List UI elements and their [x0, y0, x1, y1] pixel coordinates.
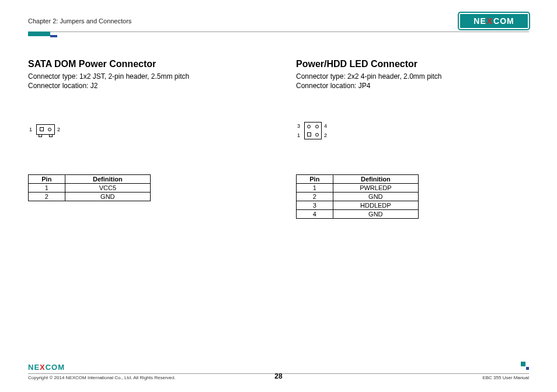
left-pin-2-label: 2	[57, 127, 60, 132]
manual-name: EBC 355 User Manual	[482, 375, 529, 380]
pin-circle-icon	[48, 128, 51, 131]
pin-square-icon	[40, 127, 44, 131]
cell-pin: 4	[297, 210, 333, 219]
left-heading: SATA DOM Power Connector	[28, 59, 261, 69]
pin-circle-icon	[315, 133, 319, 136]
cell-pin: 1	[297, 184, 333, 192]
accent-bar-green	[28, 32, 50, 36]
right-diagram: 3 4 1 2	[296, 122, 529, 145]
left-pin-table: Pin Definition 1 VCC5 2 GND	[28, 174, 151, 201]
table-row: 4 GND	[297, 210, 419, 219]
table-row: 2 GND	[29, 192, 151, 201]
cell-def: HDDLEDP	[333, 201, 418, 210]
left-connector-type: Connector type: 1x2 JST, 2-pin header, 2…	[28, 72, 261, 81]
right-pin-3-label: 3	[297, 123, 300, 129]
right-connector-location: Connector location: JP4	[296, 81, 529, 90]
corner-decoration-icon	[521, 362, 529, 370]
content-columns: SATA DOM Power Connector Connector type:…	[28, 59, 529, 219]
cell-def: VCC5	[65, 184, 150, 192]
logo-part-1: NE	[28, 363, 40, 372]
table-row: 2 GND	[297, 192, 419, 201]
header-bar: Chapter 2: Jumpers and Connectors NEXCOM	[28, 13, 529, 32]
pin-circle-icon	[307, 125, 311, 128]
copyright-text: Copyright © 2014 NEXCOM International Co…	[28, 375, 176, 380]
left-connector-box	[36, 124, 55, 135]
th-def: Definition	[333, 175, 418, 184]
pin-circle-icon	[315, 125, 319, 128]
right-pin-2-label: 2	[324, 132, 327, 138]
logo-part-x: X	[40, 363, 46, 372]
cell-pin: 2	[29, 192, 65, 201]
left-column: SATA DOM Power Connector Connector type:…	[28, 59, 261, 219]
table-row: 3 HDDLEDP	[297, 201, 419, 210]
logo-part-1: NE	[474, 16, 486, 26]
th-def: Definition	[65, 175, 150, 184]
logo-part-2: COM	[46, 363, 65, 372]
pin-square-icon	[307, 132, 311, 136]
th-pin: Pin	[29, 175, 65, 184]
right-pin-1-label: 1	[297, 132, 300, 138]
logo-bottom: NEXCOM	[28, 363, 65, 372]
footer: NEXCOM Copyright © 2014 NEXCOM Internati…	[28, 373, 529, 380]
chapter-title: Chapter 2: Jumpers and Connectors	[28, 18, 131, 24]
right-connector-box	[304, 122, 322, 139]
right-connector-type: Connector type: 2x2 4-pin header, 2.0mm …	[296, 72, 529, 81]
table-row: 1 VCC5	[29, 184, 151, 192]
cell-def: PWRLEDP	[333, 184, 418, 192]
right-heading: Power/HDD LED Connector	[296, 59, 529, 69]
right-pin-table: Pin Definition 1 PWRLEDP 2 GND 3 HDDLEDP…	[296, 174, 419, 219]
notch-icon	[49, 135, 53, 137]
left-pin-1-label: 1	[29, 127, 32, 132]
table-row: 1 PWRLEDP	[297, 184, 419, 192]
cell-pin: 1	[29, 184, 65, 192]
cell-pin: 2	[297, 192, 333, 201]
notch-icon	[39, 135, 42, 137]
cell-def: GND	[65, 192, 150, 201]
right-column: Power/HDD LED Connector Connector type: …	[296, 59, 529, 219]
logo-top: NEXCOM	[459, 13, 529, 29]
right-pin-4-label: 4	[324, 123, 327, 129]
cell-def: GND	[333, 192, 418, 201]
logo-part-x: X	[487, 16, 493, 26]
left-connector-location: Connector location: J2	[28, 81, 261, 90]
accent-bar-blue	[50, 35, 57, 37]
left-diagram: 1 2	[28, 122, 261, 145]
logo-part-2: COM	[493, 16, 514, 26]
cell-pin: 3	[297, 201, 333, 210]
page-number: 28	[274, 372, 282, 380]
th-pin: Pin	[297, 175, 333, 184]
cell-def: GND	[333, 210, 418, 219]
